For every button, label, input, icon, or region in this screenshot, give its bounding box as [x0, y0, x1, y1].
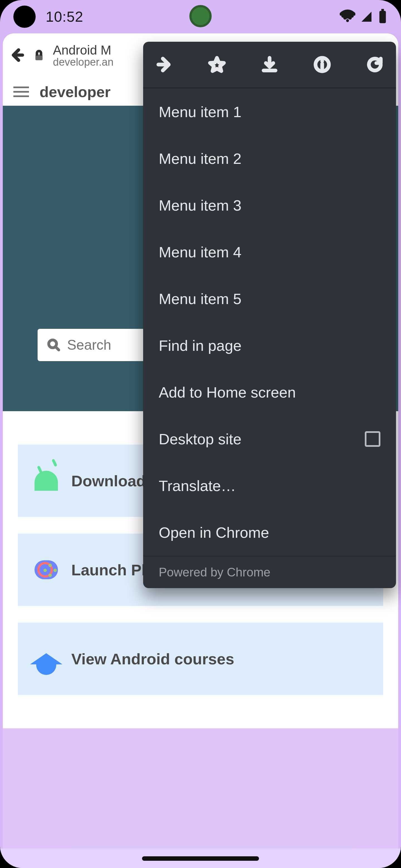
info-button[interactable] [312, 54, 333, 75]
menu-item-label: Menu item 2 [159, 150, 380, 167]
menu-item-find-in-page[interactable]: Find in page [143, 322, 396, 369]
android-robot-icon [34, 469, 58, 492]
status-icons [340, 9, 388, 25]
back-button[interactable] [9, 47, 25, 64]
menu-item-label: Translate… [159, 477, 380, 494]
gesture-bar[interactable] [142, 856, 259, 861]
menu-item-label: Menu item 1 [159, 103, 380, 121]
desktop-site-checkbox[interactable] [365, 431, 380, 447]
menu-item-label: Menu item 5 [159, 290, 380, 307]
menu-item[interactable]: Menu item 2 [143, 135, 396, 182]
svg-point-0 [346, 19, 349, 22]
menu-item-desktop-site[interactable]: Desktop site [143, 416, 396, 462]
menu-item-label: Open in Chrome [159, 524, 380, 541]
menu-footer: Powered by Chrome [143, 556, 396, 588]
graduation-cap-icon [34, 647, 58, 671]
wifi-icon [340, 9, 355, 25]
site-brand: developer [39, 83, 111, 100]
menu-item-label: Add to Home screen [159, 384, 380, 401]
search-icon [47, 338, 60, 352]
menu-item-label: Menu item 4 [159, 243, 380, 261]
front-camera [189, 5, 212, 27]
svg-rect-2 [381, 9, 384, 11]
status-notification-dot [13, 6, 36, 28]
menu-item-label: Desktop site [159, 430, 357, 447]
menu-item-add-home[interactable]: Add to Home screen [143, 369, 396, 416]
menu-item[interactable]: Menu item 5 [143, 275, 396, 322]
menu-item[interactable]: Menu item 3 [143, 182, 396, 229]
svg-rect-1 [379, 11, 386, 23]
status-clock: 10:52 [46, 8, 83, 25]
menu-item[interactable]: Menu item 1 [143, 89, 396, 135]
page-url[interactable]: developer.an [53, 57, 114, 68]
menu-item[interactable]: Menu item 4 [143, 229, 396, 275]
cellular-icon [360, 10, 373, 23]
search-placeholder: Search [67, 337, 111, 353]
page-title: Android M [53, 43, 114, 57]
menu-item-label: Find in page [159, 337, 380, 354]
menu-footer-label: Powered by Chrome [159, 565, 270, 579]
hamburger-menu-icon[interactable] [13, 87, 29, 97]
download-button[interactable] [259, 54, 280, 75]
card-label: View Android courses [71, 650, 234, 668]
site-security-lock-icon[interactable] [33, 50, 45, 62]
forward-button[interactable] [154, 54, 175, 75]
menu-item-open-chrome[interactable]: Open in Chrome [143, 509, 396, 556]
menu-item-label: Menu item 3 [159, 197, 380, 214]
play-console-icon [34, 558, 58, 582]
menu-icon-row [143, 42, 396, 89]
overflow-menu: Menu item 1 Menu item 2 Menu item 3 Menu… [143, 42, 396, 588]
card-courses[interactable]: View Android courses [18, 623, 383, 695]
bookmark-button[interactable] [206, 54, 228, 75]
reload-button[interactable] [364, 54, 385, 75]
battery-icon [378, 9, 388, 25]
menu-item-translate[interactable]: Translate… [143, 462, 396, 509]
